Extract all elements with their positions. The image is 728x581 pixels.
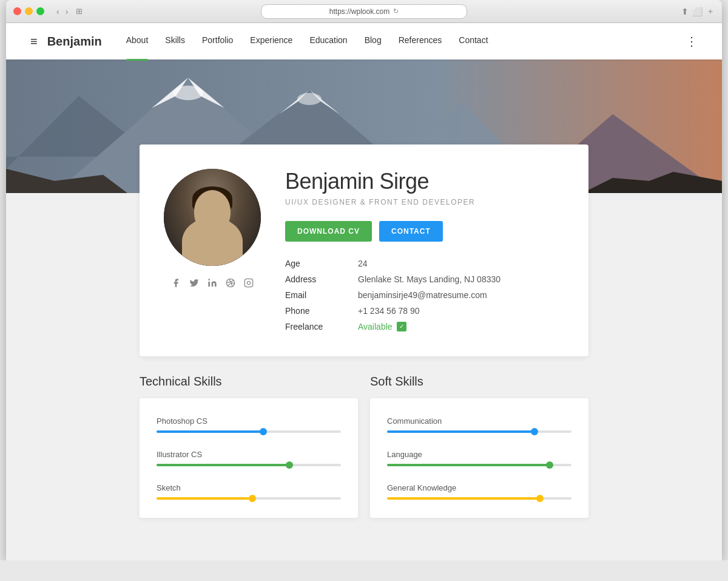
nav-link-portfolio[interactable]: Portfolio: [202, 35, 233, 47]
profile-info: Age 24 Address Glenlake St. Mays Landing…: [285, 259, 558, 332]
skill-photoshop-thumb: [260, 428, 267, 435]
skill-photoshop-name: Photoshop CS: [157, 416, 341, 426]
profile-card: Benjamin Sirge UI/UX DESIGNER & FRONT EN…: [140, 144, 588, 356]
url-text: https://wplook.com: [329, 7, 389, 16]
avatar-image: [164, 169, 261, 266]
instagram-icon[interactable]: [244, 278, 254, 290]
skill-photoshop: Photoshop CS: [157, 416, 341, 433]
skill-sketch-name: Sketch: [157, 483, 341, 492]
back-button[interactable]: ‹: [54, 5, 62, 18]
url-bar[interactable]: https://wplook.com ↻: [261, 4, 467, 19]
contact-button[interactable]: CONTACT: [379, 221, 443, 242]
freelance-value: Available ✓: [358, 322, 558, 332]
profile-left: [164, 169, 261, 332]
skill-illustrator-thumb: [286, 461, 293, 469]
social-icons: [171, 278, 254, 290]
skill-general-knowledge-fill: [387, 497, 540, 500]
window-controls-right: ⬆ ⬜ ＋: [681, 6, 715, 17]
facebook-icon[interactable]: [171, 278, 181, 290]
maximize-button[interactable]: [36, 7, 44, 15]
page-outer: Benjamin Sirge UI/UX DESIGNER & FRONT EN…: [6, 144, 722, 560]
skill-general-knowledge: General Knowledge: [387, 483, 571, 500]
profile-name: Benjamin Sirge: [285, 169, 558, 194]
more-icon[interactable]: ⋮: [686, 34, 698, 49]
phone-label: Phone: [285, 306, 358, 316]
browser-content: ≡ Benjamin About Skills Portfolio Experi…: [6, 23, 722, 560]
title-bar: ‹ › ⊞ https://wplook.com ↻ ⬆ ⬜ ＋: [6, 0, 722, 23]
skill-photoshop-slider[interactable]: [157, 430, 341, 433]
nav-link-references[interactable]: References: [399, 35, 442, 47]
twitter-icon[interactable]: [189, 278, 199, 290]
available-text: Available: [358, 322, 393, 331]
skill-sketch-slider[interactable]: [157, 497, 341, 500]
avatar: [164, 169, 261, 266]
nav-link-blog[interactable]: Blog: [365, 35, 382, 47]
skills-section: Technical Skills Photoshop CS Illustrato…: [140, 375, 588, 518]
minimize-button[interactable]: [25, 7, 33, 15]
download-cv-button[interactable]: DOWNLOAD CV: [285, 221, 372, 242]
skill-sketch-thumb: [249, 495, 256, 502]
nav-arrows: ‹ ›: [54, 5, 70, 18]
address-value: Glenlake St. Mays Landing, NJ 08330: [358, 274, 558, 284]
linkedin-icon[interactable]: [207, 278, 217, 290]
skill-general-knowledge-thumb: [536, 495, 544, 502]
fullscreen-button[interactable]: ⬜: [692, 6, 703, 17]
skill-communication-thumb: [531, 428, 538, 435]
person-body: [182, 217, 243, 266]
skill-language-thumb: [546, 461, 553, 469]
skill-illustrator-name: Illustrator CS: [157, 450, 341, 459]
skill-general-knowledge-name: General Knowledge: [387, 483, 571, 492]
skill-photoshop-fill: [157, 430, 263, 433]
technical-skills-col: Technical Skills Photoshop CS Illustrato…: [140, 375, 358, 518]
skill-communication-slider[interactable]: [387, 430, 571, 433]
skill-sketch: Sketch: [157, 483, 341, 500]
soft-skills-heading: Soft Skills: [370, 375, 588, 389]
profile-actions: DOWNLOAD CV CONTACT: [285, 221, 558, 242]
skill-communication: Communication: [387, 416, 571, 433]
skill-language-name: Language: [387, 450, 571, 459]
nav-link-experience[interactable]: Experience: [250, 35, 292, 47]
technical-skills-card: Photoshop CS Illustrator CS: [140, 398, 358, 518]
svg-point-10: [173, 86, 203, 100]
address-label: Address: [285, 274, 358, 284]
hamburger-icon[interactable]: ≡: [30, 35, 38, 49]
nav-link-education[interactable]: Education: [309, 35, 347, 47]
nav-link-about[interactable]: About: [126, 35, 149, 47]
nav-links: About Skills Portfolio Experience Educat…: [126, 35, 686, 47]
dribbble-icon[interactable]: [226, 278, 235, 290]
email-label: Email: [285, 290, 358, 300]
skill-language-fill: [387, 464, 550, 466]
window-buttons: [13, 7, 44, 15]
technical-skills-heading: Technical Skills: [140, 375, 358, 389]
age-label: Age: [285, 259, 358, 268]
skill-sketch-fill: [157, 497, 252, 500]
freelance-label: Freelance: [285, 322, 358, 332]
skill-illustrator-slider[interactable]: [157, 464, 341, 466]
profile-right: Benjamin Sirge UI/UX DESIGNER & FRONT EN…: [285, 169, 558, 332]
grid-button[interactable]: ⊞: [73, 5, 86, 17]
site-logo: Benjamin: [47, 35, 102, 49]
nav-link-skills[interactable]: Skills: [165, 35, 185, 47]
phone-value: +1 234 56 78 90: [358, 306, 558, 316]
forward-button[interactable]: ›: [63, 5, 71, 18]
svg-point-12: [208, 279, 210, 280]
skill-language: Language: [387, 450, 571, 466]
soft-skills-card: Communication Language: [370, 398, 588, 518]
svg-rect-14: [244, 279, 252, 287]
close-button[interactable]: [13, 7, 21, 15]
email-value: benjaminsirje49@matresume.com: [358, 290, 558, 300]
skill-language-slider[interactable]: [387, 464, 571, 466]
refresh-icon[interactable]: ↻: [393, 7, 399, 15]
newtab-button[interactable]: ＋: [706, 6, 715, 17]
skill-communication-name: Communication: [387, 416, 571, 426]
url-bar-wrapper: https://wplook.com ↻: [261, 4, 467, 19]
skill-illustrator-fill: [157, 464, 289, 466]
skill-general-knowledge-slider[interactable]: [387, 497, 571, 500]
share-button[interactable]: ⬆: [681, 6, 689, 17]
skill-communication-fill: [387, 430, 534, 433]
site-nav: ≡ Benjamin About Skills Portfolio Experi…: [6, 23, 722, 59]
skill-illustrator: Illustrator CS: [157, 450, 341, 466]
calendar-icon: ✓: [397, 322, 406, 331]
svg-point-11: [297, 93, 322, 105]
nav-link-contact[interactable]: Contact: [459, 35, 488, 47]
